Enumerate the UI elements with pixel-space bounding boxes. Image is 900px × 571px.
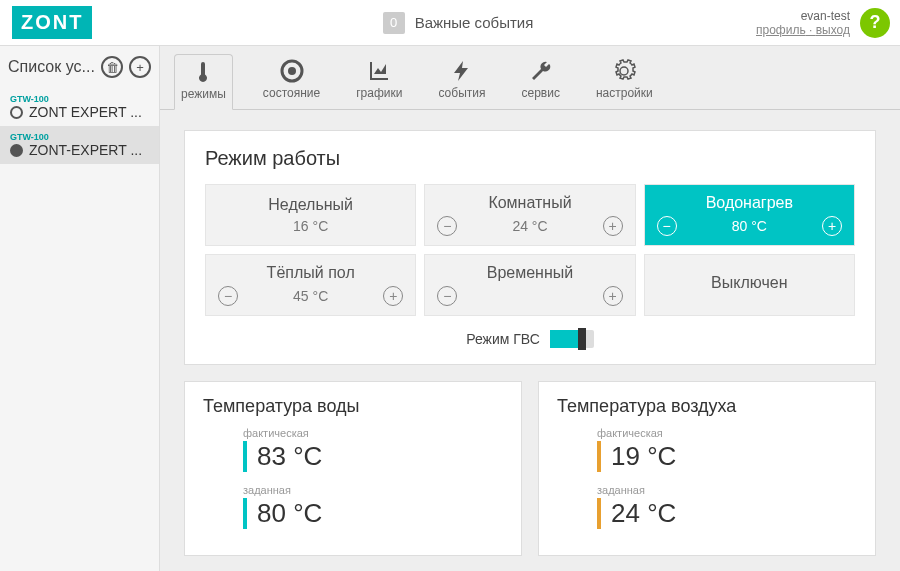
logout-link[interactable]: выход: [816, 23, 850, 37]
tab-modes[interactable]: режимы: [174, 54, 233, 110]
gvs-toggle[interactable]: [550, 330, 594, 348]
mode-weekly[interactable]: Недельный 16 °C: [205, 184, 416, 246]
modes-card: Режим работы Недельный 16 °C Комнатный −…: [184, 130, 876, 365]
device-item[interactable]: GTW-100 ZONT EXPERT ...: [0, 88, 159, 126]
profile-link[interactable]: профиль: [756, 23, 806, 37]
air-temp-card: Температура воздуха фактическая 19 °C за…: [538, 381, 876, 556]
device-list-title: Список ус...: [8, 58, 95, 76]
minus-icon[interactable]: −: [657, 216, 677, 236]
thermometer-icon: [190, 59, 216, 85]
water-target: 80 °C: [243, 498, 503, 529]
logo[interactable]: ZONT: [0, 6, 160, 39]
modes-title: Режим работы: [205, 147, 855, 170]
chart-icon: [366, 58, 392, 84]
tab-settings[interactable]: настройки: [590, 54, 659, 109]
user-box: evan-test профиль · выход: [756, 9, 850, 37]
minus-icon[interactable]: −: [218, 286, 238, 306]
tab-charts[interactable]: графики: [350, 54, 408, 109]
device-item[interactable]: GTW-100 ZONT-EXPERT ...: [0, 126, 159, 164]
minus-icon[interactable]: −: [437, 216, 457, 236]
events-label: Важные события: [415, 14, 534, 31]
username: evan-test: [756, 9, 850, 23]
svg-point-1: [288, 67, 296, 75]
tab-events[interactable]: события: [432, 54, 491, 109]
mode-room[interactable]: Комнатный − 24 °C +: [424, 184, 635, 246]
target-icon: [279, 58, 305, 84]
header: ZONT 0 Важные события evan-test профиль …: [0, 0, 900, 46]
bolt-icon: [449, 58, 475, 84]
gvs-label: Режим ГВС: [466, 331, 540, 347]
tab-service[interactable]: сервис: [515, 54, 565, 109]
plus-icon[interactable]: +: [822, 216, 842, 236]
water-temp-card: Температура воды фактическая 83 °C задан…: [184, 381, 522, 556]
mode-temporary[interactable]: Временный − +: [424, 254, 635, 316]
radio-icon: [10, 144, 23, 157]
mode-waterheat[interactable]: Водонагрев − 80 °C +: [644, 184, 855, 246]
sidebar: Список ус... 🗑 + GTW-100 ZONT EXPERT ...…: [0, 46, 160, 571]
help-button[interactable]: ?: [860, 8, 890, 38]
plus-icon[interactable]: +: [603, 286, 623, 306]
plus-icon[interactable]: +: [603, 216, 623, 236]
mode-warmfloor[interactable]: Тёплый пол − 45 °C +: [205, 254, 416, 316]
trash-icon[interactable]: 🗑: [101, 56, 123, 78]
events-count-badge: 0: [383, 12, 405, 34]
tab-status[interactable]: состояние: [257, 54, 326, 109]
plus-icon[interactable]: +: [383, 286, 403, 306]
air-target: 24 °C: [597, 498, 857, 529]
tabs: режимы состояние графики события сервис …: [160, 46, 900, 110]
gear-icon: [611, 58, 637, 84]
mode-off[interactable]: Выключен: [644, 254, 855, 316]
air-actual: 19 °C: [597, 441, 857, 472]
wrench-icon: [528, 58, 554, 84]
radio-icon: [10, 106, 23, 119]
events-summary[interactable]: 0 Важные события: [160, 12, 756, 34]
add-device-icon[interactable]: +: [129, 56, 151, 78]
minus-icon[interactable]: −: [437, 286, 457, 306]
water-actual: 83 °C: [243, 441, 503, 472]
